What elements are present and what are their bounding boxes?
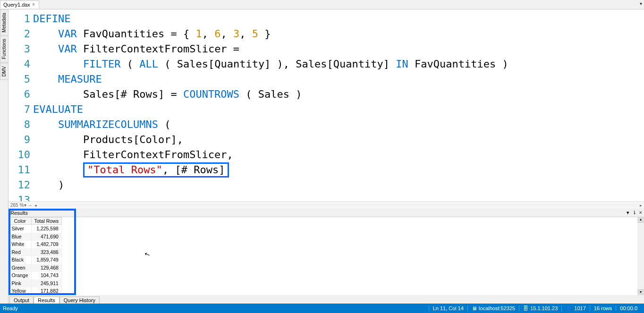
table-row[interactable]: Yellow171,882 xyxy=(9,288,62,296)
results-tab-bar: Output Results Query History xyxy=(8,295,644,304)
zoom-bar: 265 % ▾ – ◂ ▸ xyxy=(8,201,644,209)
zoom-level[interactable]: 265 % ▾ – xyxy=(10,203,32,208)
document-tab-bar: Query1.dax × ▾ xyxy=(0,0,644,9)
results-grid[interactable]: ColorTotal Rows Silver1,225,598Blue471,6… xyxy=(8,217,62,295)
scroll-right-icon[interactable]: ▸ xyxy=(640,203,642,208)
table-row[interactable]: Orange104,743 xyxy=(9,272,62,280)
scroll-down-icon[interactable]: ▾ xyxy=(637,289,644,295)
chevron-down-icon: ▾ xyxy=(24,203,26,208)
table-row[interactable]: Green129,468 xyxy=(9,264,62,272)
results-title: Results xyxy=(10,210,28,216)
close-panel-icon[interactable]: × xyxy=(639,210,642,216)
results-empty-area: ↖ ▴ ▾ xyxy=(62,217,644,295)
tab-query-history[interactable]: Query History xyxy=(59,296,100,304)
table-row[interactable]: White1,482,709 xyxy=(9,241,62,249)
table-row[interactable]: Red323,486 xyxy=(9,248,62,256)
close-icon[interactable]: × xyxy=(32,3,36,7)
line-number-gutter: 12345678910111213 xyxy=(8,9,33,202)
table-row[interactable]: Blue471,690 xyxy=(9,233,62,241)
results-panel: Results ▾ ⇂ × ColorTotal Rows Silver1,22… xyxy=(8,209,644,295)
status-ip: 🗄 15.1.101.23 xyxy=(519,305,561,311)
side-tab-bar: Metadata Functions DMV xyxy=(0,9,8,304)
dropdown-icon[interactable]: ▾ xyxy=(627,210,629,216)
results-panel-header: Results ▾ ⇂ × xyxy=(8,209,644,217)
table-row[interactable]: Pink245,911 xyxy=(9,279,62,288)
cursor-icon: ↖ xyxy=(144,250,152,259)
column-header[interactable]: Total Rows xyxy=(31,218,61,225)
status-position: Ln 11, Col 14 xyxy=(429,305,467,311)
tab-results[interactable]: Results xyxy=(34,296,59,304)
status-server: 🖥 localhost:52325 xyxy=(467,305,519,311)
side-tab-dmv[interactable]: DMV xyxy=(0,63,8,80)
status-rows: 16 rows xyxy=(590,305,616,311)
status-ready: Ready xyxy=(3,305,429,311)
side-tab-metadata[interactable]: Metadata xyxy=(0,9,8,36)
table-row[interactable]: Black1,859,749 xyxy=(9,256,62,264)
status-bar: Ready Ln 11, Col 14 🖥 localhost:52325 🗄 … xyxy=(0,304,644,313)
pin-icon[interactable]: ⇂ xyxy=(632,210,636,216)
zoom-out-icon[interactable]: – xyxy=(29,203,32,208)
code-editor[interactable]: 12345678910111213 DEFINE VAR FavQuantiti… xyxy=(8,9,644,202)
scroll-up-icon[interactable]: ▴ xyxy=(637,217,644,223)
scroll-left-icon[interactable]: ◂ xyxy=(34,203,37,208)
column-header[interactable]: Color xyxy=(9,218,32,225)
minimize-icon[interactable]: ▾ xyxy=(640,1,642,6)
code-content[interactable]: DEFINE VAR FavQuantities = { 1, 6, 3, 5 … xyxy=(33,9,644,202)
user-icon: 👤 xyxy=(566,305,572,312)
database-icon: 🖥 xyxy=(472,305,477,311)
server-icon: 🗄 xyxy=(523,305,528,311)
status-time: 00:00.0 xyxy=(616,305,641,311)
vertical-scrollbar[interactable]: ▴ ▾ xyxy=(637,217,644,295)
document-tab-label: Query1.dax xyxy=(3,2,30,8)
tab-output[interactable]: Output xyxy=(9,296,34,304)
document-tab[interactable]: Query1.dax × xyxy=(0,0,39,8)
side-tab-functions[interactable]: Functions xyxy=(0,35,8,62)
status-users: 👤 1017 xyxy=(561,305,589,312)
table-row[interactable]: Silver1,225,598 xyxy=(9,225,62,233)
zoom-value: 265 % xyxy=(10,203,24,208)
